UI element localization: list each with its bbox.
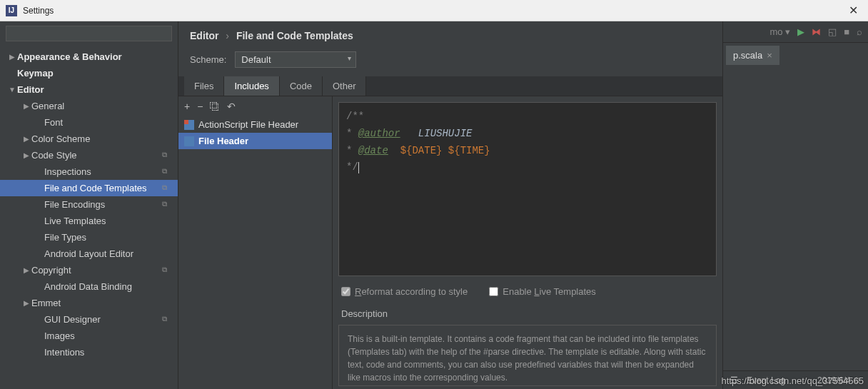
tree-item-label: Images [44,330,172,341]
template-editor[interactable]: /** * @author LIUSHUJIE * @date ${DATE} … [338,102,717,276]
description-label: Description [338,307,717,320]
scope-badge-icon: ⧉ [162,183,172,193]
tree-item-file-types[interactable]: File Types [0,229,178,246]
tree-item-inspections[interactable]: Inspections⧉ [0,163,178,180]
stop-icon[interactable]: ■ [844,26,849,37]
caret-icon: ▶ [21,135,31,143]
tree-item-label: Emmet [31,298,172,308]
tree-item-android-layout-editor[interactable]: Android Layout Editor [0,246,178,262]
window-title: Settings [23,6,844,16]
debug-icon[interactable]: ⧓ [812,26,821,37]
event-log-label[interactable]: Event Log [747,375,785,385]
breadcrumb: Editor › File and Code Templates [178,21,722,47]
template-row[interactable]: ActionScript File Header [178,116,332,133]
tree-item-file-and-code-templates[interactable]: File and Code Templates⧉ [0,180,178,196]
caret-icon: ▶ [7,53,17,61]
template-name: File Header [198,136,248,146]
tree-item-font[interactable]: Font [0,114,178,131]
app-icon: IJ [6,5,17,16]
tree-item-live-templates[interactable]: Live Templates [0,213,178,229]
tab-other[interactable]: Other [323,76,367,96]
chevron-right-icon: › [221,30,233,41]
template-toolbar: + − ⿻ ↶ [178,96,332,116]
tree-item-appearance-behavior[interactable]: ▶Appearance & Behavior [0,49,178,65]
scheme-combo[interactable]: Default [235,51,356,68]
template-tabs: FilesIncludesCodeOther [178,76,722,96]
run-config-combo[interactable]: mo ▾ [769,26,790,37]
content-panel: Editor › File and Code Templates Scheme:… [178,21,722,389]
tree-item-emmet[interactable]: ▶Emmet [0,295,178,311]
search-input[interactable] [6,26,172,41]
live-templates-checkbox[interactable]: Enable Live Templates [489,286,596,297]
scope-badge-icon: ⧉ [162,200,172,210]
tree-item-label: Code Style [31,150,162,161]
close-tab-icon[interactable]: × [767,50,772,61]
tree-item-label: General [31,101,172,111]
template-list-panel: + − ⿻ ↶ ActionScript File HeaderFile Hea… [178,96,333,389]
template-list: ActionScript File HeaderFile Header [178,116,332,389]
status-date: 2019/6/4 [817,375,851,385]
caret-icon: ▶ [21,151,31,159]
editor-tab-label: p.scala [733,50,762,61]
tree-item-label: Android Data Binding [44,281,172,292]
reformat-checkbox[interactable]: Reformat according to style [341,286,468,297]
tree-item-label: Font [44,117,172,128]
tree-item-color-scheme[interactable]: ▶Color Scheme [0,131,178,147]
breadcrumb-a[interactable]: Editor [190,30,218,41]
gear-icon[interactable]: ⚙ [853,375,861,385]
file-icon [184,120,194,130]
editor-tab[interactable]: p.scala × [726,46,779,65]
scope-badge-icon: ⧉ [162,266,172,276]
tree-item-code-style[interactable]: ▶Code Style⧉ [0,147,178,163]
coverage-icon[interactable]: ◱ [828,26,837,37]
tree-item-android-data-binding[interactable]: Android Data Binding [0,278,178,295]
add-button[interactable]: + [184,101,190,112]
tab-code[interactable]: Code [280,76,323,96]
status-bar: ☲ Event Log 2019/6/4 ⚙ [723,370,868,389]
tree-item-gui-designer[interactable]: GUI Designer⧉ [0,311,178,328]
copy-button[interactable]: ⿻ [210,101,220,112]
tree-item-label: File and Code Templates [44,183,162,193]
event-log-icon[interactable]: ☲ [730,375,738,385]
description-box: This is a built-in template. It contains… [338,325,717,386]
tree-item-general[interactable]: ▶General [0,98,178,114]
template-row[interactable]: File Header [178,133,332,149]
search-icon[interactable]: ⌕ [857,26,862,37]
tab-includes[interactable]: Includes [224,76,279,96]
tree-item-label: Keymap [17,68,172,79]
tree-item-copyright[interactable]: ▶Copyright⧉ [0,262,178,278]
remove-button[interactable]: − [197,101,203,112]
editor-panel: /** * @author LIUSHUJIE * @date ${DATE} … [333,96,722,389]
tree-item-label: File Encodings [44,199,162,210]
tree-item-label: Copyright [31,265,162,276]
close-icon[interactable]: ✕ [844,4,862,17]
tree-item-file-encodings[interactable]: File Encodings⧉ [0,196,178,213]
file-icon [184,136,194,146]
ide-background: mo ▾ ▶ ⧓ ◱ ■ ⌕ p.scala × ☲ Event Log 201… [722,21,868,389]
tab-files[interactable]: Files [184,76,224,96]
settings-sidebar: ▶Appearance & BehaviorKeymap▼Editor▶Gene… [0,21,178,389]
breadcrumb-b: File and Code Templates [236,30,353,41]
titlebar: IJ Settings ✕ [0,0,868,21]
tree-item-label: Appearance & Behavior [17,51,172,62]
tree-item-intentions[interactable]: Intentions [0,344,178,360]
caret-icon: ▶ [21,266,31,274]
tree-item-label: GUI Designer [44,314,162,325]
tree-item-images[interactable]: Images [0,328,178,344]
caret-icon: ▼ [7,86,17,94]
tree-item-editor[interactable]: ▼Editor [0,81,178,98]
settings-tree: ▶Appearance & BehaviorKeymap▼Editor▶Gene… [0,46,178,389]
tree-item-keymap[interactable]: Keymap [0,65,178,81]
scope-badge-icon: ⧉ [162,315,172,325]
caret-icon: ▶ [21,102,31,110]
run-icon[interactable]: ▶ [797,26,804,37]
revert-button[interactable]: ↶ [227,101,236,112]
tree-item-label: Inspections [44,166,162,177]
template-name: ActionScript File Header [198,119,298,130]
tree-item-label: File Types [44,232,172,243]
tree-item-label: Color Scheme [31,133,172,144]
tree-item-label: Editor [17,84,172,95]
caret-icon: ▶ [21,299,31,307]
tree-item-label: Live Templates [44,216,172,226]
tree-item-label: Android Layout Editor [44,248,172,259]
